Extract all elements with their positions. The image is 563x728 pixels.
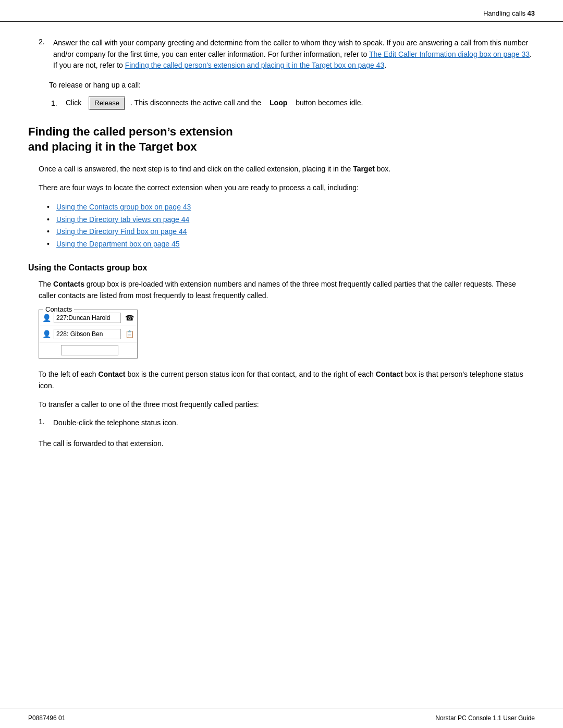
release-row-content: Click Release . This disconnects the act… <box>66 96 363 110</box>
step2-link1[interactable]: The Edit Caller Information dialog box o… <box>369 50 530 58</box>
para3-start: To the left of each <box>39 370 98 378</box>
main-content: 2. Answer the call with your company gre… <box>0 22 563 709</box>
para1-bold: Target <box>353 165 375 173</box>
bullet-link-4[interactable]: Using the Department box on page 45 <box>56 240 180 248</box>
contact-row-2: 👤 228: Gibson Ben 📋 <box>39 326 137 342</box>
contacts-para: The Contacts group box is pre-loaded wit… <box>39 279 535 301</box>
para3: To the left of each Contact box is the c… <box>39 369 535 391</box>
header-text: Handling calls 43 <box>483 9 535 17</box>
step-2-item: 2. Answer the call with your company gre… <box>28 38 535 71</box>
contacts-para-start: The <box>39 280 53 288</box>
page-container: Handling calls 43 2. Answer the call wit… <box>0 0 563 728</box>
release-button[interactable]: Release <box>89 96 125 110</box>
forwarded-block: The call is forwarded to that extension. <box>28 438 535 450</box>
contact3-name-box[interactable] <box>61 345 118 355</box>
to-release-text: To release or hang up a call: <box>39 81 535 89</box>
contact1-name: 227:Duncan Harold <box>56 314 110 322</box>
section-heading: Finding the called person’s extension an… <box>28 125 535 154</box>
bullet-link-3[interactable]: Using the Directory Find box on page 44 <box>56 227 187 236</box>
bullet-item-3: Using the Directory Find box on page 44 <box>47 226 535 238</box>
bullet-list: Using the Contacts group box on page 43 … <box>28 201 535 251</box>
para4: To transfer a caller to one of the three… <box>39 399 535 411</box>
contact-row-3-empty <box>39 342 137 358</box>
para1: Once a call is answered, the next step i… <box>39 164 535 175</box>
final-step-content: Double-click the telephone status icon. <box>53 417 178 429</box>
para1-start: Once a call is answered, the next step i… <box>39 165 353 173</box>
contact2-person-icon: 👤 <box>42 330 52 338</box>
bullet-link-1[interactable]: Using the Contacts group box on page 43 <box>56 203 191 211</box>
bullet-item-4: Using the Department box on page 45 <box>47 238 535 251</box>
header-page-num: 43 <box>528 9 535 17</box>
contacts-widget-title: Contacts <box>43 305 74 313</box>
step1-rest: . This disconnects the active call and t… <box>130 97 261 109</box>
bullet-link-2[interactable]: Using the Directory tab views on page 44 <box>56 215 189 224</box>
contact2-name-box[interactable]: 228: Gibson Ben <box>54 329 121 339</box>
para3-bold1: Contact <box>98 370 125 378</box>
step2-end: . <box>384 61 386 69</box>
bullet-item-2: Using the Directory tab views on page 44 <box>47 214 535 226</box>
loop-bold: Loop <box>270 97 287 109</box>
page-footer: P0887496 01 Norstar PC Console 1.1 User … <box>0 709 563 728</box>
footer-right: Norstar PC Console 1.1 User Guide <box>435 714 535 722</box>
para3-block: To the left of each Contact box is the c… <box>28 369 535 410</box>
release-step-row: 1. Click Release . This disconnects the … <box>28 96 535 110</box>
contact2-name: 228: Gibson Ben <box>56 330 103 338</box>
release-step-num: 1. <box>51 99 66 107</box>
contacts-widget: Contacts 👤 227:Duncan Harold ☎ 👤 228: Gi… <box>39 310 138 359</box>
contacts-para-bold: Contacts <box>53 280 84 288</box>
para3-mid1: box is the current person status icon fo… <box>126 370 376 378</box>
step1-end: button becomes idle. <box>296 97 363 109</box>
sub-heading-contacts: Using the Contacts group box <box>28 263 535 273</box>
section-heading-line2: and placing it in the Target box <box>28 140 197 153</box>
footer-left: P0887496 01 <box>28 714 65 722</box>
para1-block: Once a call is answered, the next step i… <box>28 164 535 193</box>
contacts-para-block: The Contacts group box is pre-loaded wit… <box>28 279 535 301</box>
contacts-para-rest: group box is pre-loaded with extension n… <box>39 280 516 300</box>
forwarded-text: The call is forwarded to that extension. <box>39 438 535 450</box>
para3-bold2: Contact <box>376 370 403 378</box>
para1-end: box. <box>375 165 390 173</box>
step-2-content: Answer the call with your company greeti… <box>53 38 535 71</box>
click-word: Click <box>66 97 81 109</box>
step2-link2[interactable]: Finding the called person's extension an… <box>125 61 384 69</box>
final-step-item: 1. Double-click the telephone status ico… <box>28 417 535 429</box>
bullet-item-1: Using the Contacts group box on page 43 <box>47 201 535 214</box>
contact2-tel-icon: 📋 <box>125 330 134 338</box>
contact1-tel-icon: ☎ <box>125 314 134 322</box>
final-step-num: 1. <box>39 417 53 429</box>
step-2-num: 2. <box>39 38 53 71</box>
contact1-person-icon: 👤 <box>42 314 52 322</box>
section-heading-line1: Finding the called person’s extension <box>28 125 233 138</box>
page-header: Handling calls 43 <box>0 0 563 22</box>
header-label: Handling calls <box>483 9 525 17</box>
to-release-block: To release or hang up a call: <box>28 81 535 89</box>
contact1-name-box[interactable]: 227:Duncan Harold <box>54 313 121 323</box>
para2: There are four ways to locate the correc… <box>39 182 535 194</box>
